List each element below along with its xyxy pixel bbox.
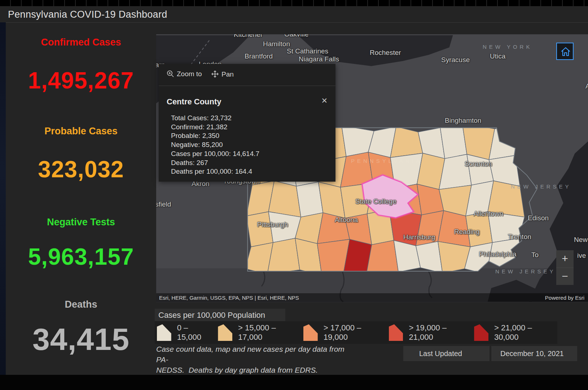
map-label-new-jersey-upper: NEW JERSEY xyxy=(511,183,571,190)
popup-field-probable: Probable: 2,350 xyxy=(171,131,259,140)
map-label-albany-partial: A xyxy=(585,82,588,90)
map-label-allentown: Allentown xyxy=(474,210,503,218)
map-label-syracuse: Syracuse xyxy=(441,56,470,64)
legend-title-bar: Cases per 100,000 Population xyxy=(155,309,285,321)
map-label-binghamton: Binghamton xyxy=(445,117,481,125)
last-updated-label: Last Updated xyxy=(403,346,490,361)
county-popup: Zoom to Pan Centre County ✕ Total Cases:… xyxy=(159,64,335,182)
popup-field-confirmed: Confirmed: 21,382 xyxy=(171,123,259,132)
zoom-control: + − xyxy=(556,250,574,285)
negative-tests-label: Negative Tests xyxy=(6,217,156,228)
probable-cases-label: Probable Cases xyxy=(6,126,156,137)
magnifier-plus-icon xyxy=(167,70,174,78)
dashboard: Pennsylvania COVID-19 Dashboard Confirme… xyxy=(0,0,588,390)
attribution-sources: Esri, HERE, Garmin, USGS, EPA, NPS | Esr… xyxy=(159,295,299,301)
pan-button[interactable]: Pan xyxy=(211,70,234,79)
legend-swatch-1 xyxy=(157,324,171,341)
map-label-st-catharines: St Catharines xyxy=(287,47,328,55)
legend-item-1: 0 – 15,000 xyxy=(155,321,216,344)
negative-tests-value: 5,963,157 xyxy=(6,243,156,270)
map-label-utica: Utica xyxy=(490,52,505,60)
bottom-chrome-strip xyxy=(0,375,588,390)
popup-field-negative: Negative: 85,200 xyxy=(171,140,259,150)
popup-field-deaths: Deaths: 267 xyxy=(171,159,259,168)
map-label-harrisburg: Harrisburg xyxy=(403,233,435,241)
legend-title: Cases per 100,000 Population xyxy=(158,311,265,320)
legend-item-5: > 21,000 – 30,000 xyxy=(472,321,557,344)
map-label-brantford: Brantford xyxy=(245,52,273,60)
map-label-trenton: Trenton xyxy=(508,233,531,241)
legend-swatch-5 xyxy=(474,324,488,341)
popup-field-total-cases: Total Cases: 23,732 xyxy=(171,114,259,123)
map-label-scranton: Scranton xyxy=(465,160,492,168)
legend-item-3: > 17,000 – 19,000 xyxy=(301,321,387,344)
confirmed-cases-label: Confirmed Cases xyxy=(6,37,156,48)
zoom-to-button[interactable]: Zoom to xyxy=(167,70,202,79)
legend-swatch-2 xyxy=(218,324,232,341)
map-label-new-jersey-lower: NEW JERSEY xyxy=(495,268,556,274)
map-attribution: Esri, HERE, Garmin, USGS, EPA, NPS | Esr… xyxy=(156,293,588,303)
zoom-in-button[interactable]: + xyxy=(556,250,574,268)
map-label-reading: Reading xyxy=(454,228,480,236)
last-updated: Last Updated December 10, 2021 xyxy=(403,346,577,361)
powered-by-esri: Powered by Esri xyxy=(545,295,584,301)
map-label-new-york-city: New York xyxy=(574,236,588,244)
page-title: Pennsylvania COVID-19 Dashboard xyxy=(8,9,167,20)
legend-item-4: > 19,000 – 21,000 xyxy=(387,321,472,344)
last-updated-value: December 10, 2021 xyxy=(491,346,577,361)
pan-icon xyxy=(211,70,219,78)
map-label-oakville: Oakville xyxy=(284,34,309,38)
home-icon xyxy=(561,47,570,56)
desktop-edge xyxy=(0,22,6,390)
legend: 0 – 15,000 > 15,000 – 17,000 > 17,000 – … xyxy=(155,321,557,344)
map-label-hamilton: Hamilton xyxy=(263,40,290,48)
legend-swatch-4 xyxy=(389,324,403,341)
map-label-rochester: Rochester xyxy=(370,49,401,57)
map-label-kitchener: Kitchener xyxy=(234,34,263,39)
deaths-label: Deaths xyxy=(6,299,156,310)
map-label-new-york-state: NEW YORK xyxy=(483,44,532,50)
legend-item-2: > 15,000 – 17,000 xyxy=(216,321,301,344)
legend-swatch-3 xyxy=(303,324,318,341)
map-label-toms-river-partial-a: To xyxy=(531,251,539,259)
map-label-edison: Edison xyxy=(528,214,549,222)
home-button[interactable] xyxy=(556,43,574,60)
county-cell[interactable] xyxy=(268,181,301,217)
probable-cases-value: 323,032 xyxy=(6,156,156,183)
map-label-mansfield-partial: sfield xyxy=(156,200,171,208)
confirmed-cases-value: 1,495,267 xyxy=(6,67,156,94)
popup-fields: Total Cases: 23,732 Confirmed: 21,382 Pr… xyxy=(171,114,259,176)
popup-action-bar: Zoom to Pan xyxy=(159,64,335,86)
map-label-philadelphia: Philadelphia xyxy=(479,250,517,258)
close-icon[interactable]: ✕ xyxy=(321,96,328,105)
map-label-niagara-falls: Niagara Falls xyxy=(299,55,339,63)
map-label-altoona: Altoona xyxy=(335,216,358,224)
map-label-pennsylvania: PENNSYLVANIA xyxy=(351,158,422,164)
deaths-value: 34,415 xyxy=(6,321,156,357)
popup-field-deaths-per-100k: Deaths per 100,000: 164.4 xyxy=(171,167,259,176)
browser-chrome-strip xyxy=(0,0,588,6)
popup-title: Centre County xyxy=(167,97,221,107)
zoom-out-button[interactable]: − xyxy=(556,268,574,285)
map-label-state-college: State College xyxy=(355,198,396,205)
popup-field-cases-per-100k: Cases per 100,000: 14,614.7 xyxy=(171,150,259,159)
map-label-toms-river-partial-b: ive xyxy=(577,252,586,260)
header: Pennsylvania COVID-19 Dashboard xyxy=(0,6,588,23)
map-label-pittsburgh: Pittsburgh xyxy=(257,221,288,229)
data-source-note: Case count data, map and new cases per d… xyxy=(156,344,358,375)
